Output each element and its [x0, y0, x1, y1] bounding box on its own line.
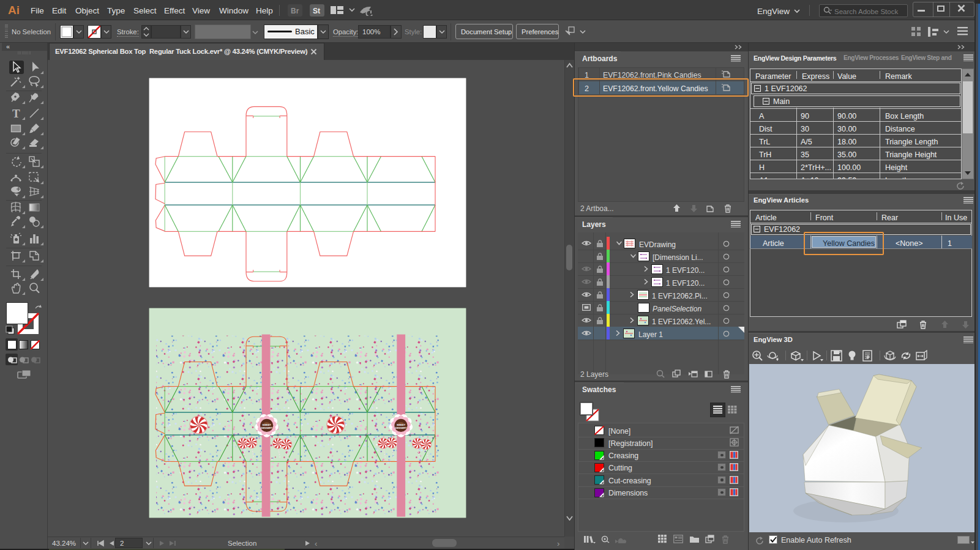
- svg-text:SWEET: SWEET: [397, 423, 406, 426]
- svg-text:SWEET: SWEET: [263, 423, 272, 426]
- svg-text:T: T: [12, 107, 20, 120]
- svg-text:DESSERT: DESSERT: [395, 427, 407, 430]
- svg-text:DESSERT: DESSERT: [261, 427, 272, 430]
